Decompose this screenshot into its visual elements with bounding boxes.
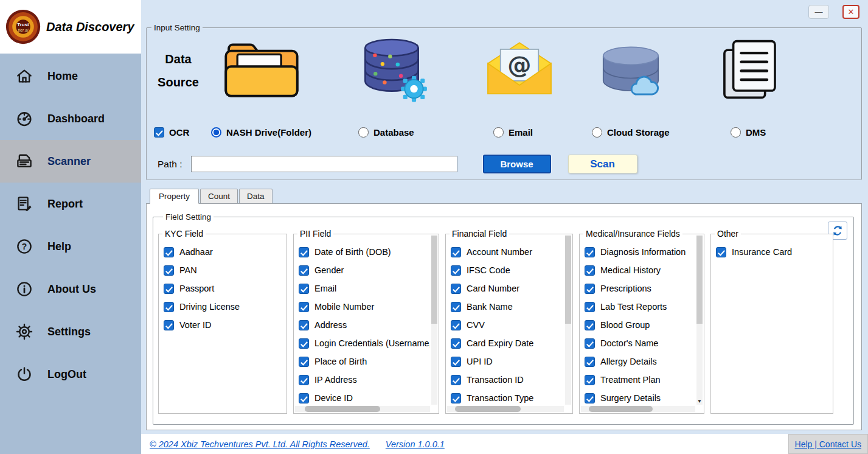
vertical-scrollbar[interactable] [565,236,571,405]
checkbox-checked-icon[interactable] [299,357,309,367]
field-option-row[interactable]: Address [299,316,430,334]
radio-icon[interactable] [731,127,741,138]
checkbox-checked-icon[interactable] [716,247,726,257]
checkbox-checked-icon[interactable] [164,247,174,257]
checkbox-checked-icon[interactable] [164,284,174,294]
tab-data[interactable]: Data [239,189,273,204]
checkbox-checked-icon[interactable] [585,247,595,257]
sidebar-item-settings[interactable]: Settings [0,310,141,353]
radio-database[interactable]: Database [350,127,479,138]
vertical-scrollbar[interactable]: ▼ [696,236,703,405]
checkbox-checked-icon[interactable] [451,338,461,349]
scroll-down-arrow-icon[interactable]: ▼ [696,397,703,405]
checkbox-checked-icon[interactable] [299,247,309,257]
field-option-row[interactable]: Treatment Plan [585,371,695,389]
checkbox-checked-icon[interactable] [299,393,309,403]
field-option-row[interactable]: Place of Birth [299,352,430,371]
checkbox-checked-icon[interactable] [299,338,309,349]
tab-count[interactable]: Count [200,189,238,204]
field-option-row[interactable]: Surgery Details [585,389,695,407]
copyright-link[interactable]: © 2024 Xbiz Techventures Pvt. Ltd. All R… [150,439,445,449]
checkbox-checked-icon[interactable] [299,284,309,294]
browse-button[interactable]: Browse [483,155,551,173]
sidebar-item-report[interactable]: Report [0,183,141,225]
path-input[interactable] [191,156,457,172]
checkbox-checked-icon[interactable] [451,375,461,385]
field-option-row[interactable]: Allergy Details [585,352,695,371]
scrollbar-thumb[interactable] [431,236,437,324]
radio-selected-icon[interactable] [211,127,221,138]
checkbox-checked-icon[interactable] [585,375,595,385]
checkbox-checked-icon[interactable] [585,265,595,276]
scrollbar-thumb[interactable] [589,406,653,412]
checkbox-checked-icon[interactable] [585,302,595,312]
scrollbar-thumb[interactable] [696,236,703,324]
checkbox-checked-icon[interactable] [585,284,595,294]
close-button[interactable]: ✕ [842,5,859,19]
checkbox-checked-icon[interactable] [585,357,595,367]
field-option-row[interactable]: IFSC Code [451,261,564,279]
field-option-row[interactable]: Aadhaar [164,243,278,261]
sidebar-item-help[interactable]: ? Help [0,225,141,268]
checkbox-checked-icon[interactable] [585,338,595,349]
sidebar-item-about-us[interactable]: About Us [0,268,141,310]
field-option-row[interactable]: Login Credentials (Username, [299,334,430,352]
checkbox-checked-icon[interactable] [299,375,309,385]
help-contact-links[interactable]: Help | Contact Us [788,434,868,454]
field-option-row[interactable]: Card Number [451,279,564,298]
checkbox-checked-icon[interactable] [451,247,461,257]
checkbox-checked-icon[interactable] [154,127,164,138]
field-option-row[interactable]: Account Number [451,243,564,261]
field-option-row[interactable]: Voter ID [164,316,278,334]
checkbox-checked-icon[interactable] [164,265,174,276]
sidebar-item-dashboard[interactable]: Dashboard [0,97,141,140]
field-option-row[interactable]: Gender [299,261,430,279]
field-option-row[interactable]: Transaction Type [451,389,564,407]
sidebar-item-home[interactable]: Home [0,55,141,97]
ocr-checkbox[interactable]: OCR [147,127,210,138]
field-option-row[interactable]: Driving License [164,298,278,316]
vertical-scrollbar[interactable] [431,236,437,405]
minimize-button[interactable]: — [808,5,829,19]
radio-cloud-storage[interactable]: Cloud Storage [592,127,709,138]
field-option-row[interactable]: Prescriptions [585,279,695,298]
checkbox-checked-icon[interactable] [451,357,461,367]
field-option-row[interactable]: Card Expiry Date [451,334,564,352]
radio-icon[interactable] [358,127,369,138]
radio-email[interactable]: Email [479,127,592,138]
field-option-row[interactable]: Diagnosis Information [585,243,695,261]
checkbox-checked-icon[interactable] [164,302,174,312]
horizontal-scrollbar[interactable] [447,406,564,412]
scrollbar-thumb[interactable] [565,236,571,324]
checkbox-checked-icon[interactable] [451,302,461,312]
field-option-row[interactable]: Device ID [299,389,430,407]
field-option-row[interactable]: Transaction ID [451,371,564,389]
field-option-row[interactable]: Bank Name [451,298,564,316]
tab-property[interactable]: Property [150,189,199,204]
checkbox-checked-icon[interactable] [451,393,461,403]
field-option-row[interactable]: IP Address [299,371,430,389]
scrollbar-thumb[interactable] [455,406,521,412]
checkbox-checked-icon[interactable] [451,284,461,294]
checkbox-checked-icon[interactable] [299,320,309,330]
radio-nash-drive-folder[interactable]: NASH Drive(Folder) [210,127,350,138]
field-option-row[interactable]: Blood Group [585,316,695,334]
field-option-row[interactable]: PAN [164,261,278,279]
scrollbar-thumb[interactable] [305,406,380,412]
sidebar-item-scanner[interactable]: Scanner [0,140,141,183]
field-option-row[interactable]: Passport [164,279,278,298]
horizontal-scrollbar[interactable] [295,406,430,412]
checkbox-checked-icon[interactable] [585,393,595,403]
checkbox-checked-icon[interactable] [451,265,461,276]
field-option-row[interactable]: Doctor's Name [585,334,695,352]
field-option-row[interactable]: CVV [451,316,564,334]
checkbox-checked-icon[interactable] [299,265,309,276]
radio-icon[interactable] [493,127,504,138]
field-option-row[interactable]: Date of Birth (DOB) [299,243,430,261]
field-option-row[interactable]: Medical History [585,261,695,279]
radio-icon[interactable] [592,127,602,138]
scan-button[interactable]: Scan [568,155,637,173]
checkbox-checked-icon[interactable] [299,302,309,312]
checkbox-checked-icon[interactable] [164,320,174,330]
field-option-row[interactable]: UPI ID [451,352,564,371]
